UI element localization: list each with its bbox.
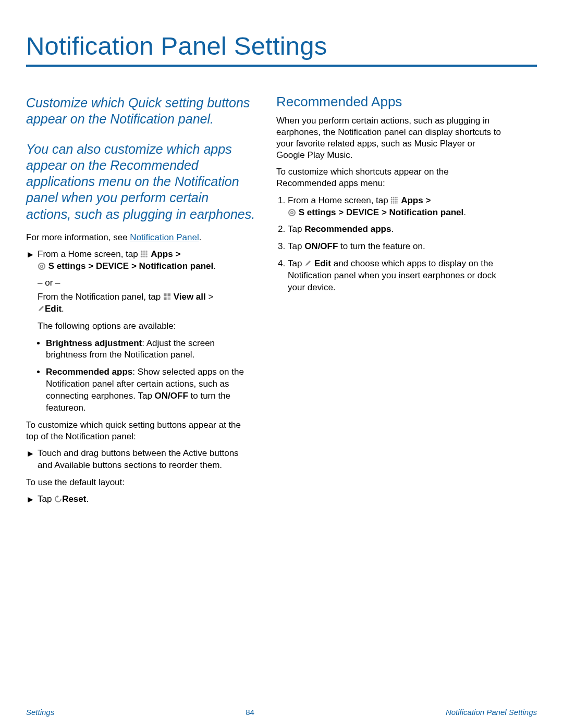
- r-settings-s: S: [299, 207, 304, 217]
- svg-rect-20: [164, 297, 167, 300]
- svg-point-17: [41, 265, 43, 267]
- title-rule: [26, 65, 537, 67]
- svg-point-4: [141, 252, 142, 253]
- svg-point-29: [397, 199, 398, 200]
- apps-label: Apps: [151, 249, 173, 259]
- gt-1: >: [173, 249, 181, 259]
- page-title: Notification Panel Settings: [26, 31, 537, 60]
- more-info-suffix: .: [199, 232, 202, 242]
- svg-point-15: [146, 256, 148, 257]
- default-para: To use the default layout:: [26, 477, 255, 488]
- svg-point-24: [395, 196, 396, 198]
- settings-path: ettings > DEVICE > Notification panel: [57, 261, 213, 271]
- svg-point-26: [391, 199, 392, 200]
- bullet1-label: Brightness adjustment: [46, 338, 142, 348]
- svg-point-16: [39, 263, 45, 269]
- gear-icon: [38, 262, 46, 270]
- arrow-step-drag: ► Touch and drag buttons between the Act…: [26, 448, 255, 472]
- gear-icon-2: [288, 208, 296, 217]
- two-column-layout: Customize which Quick setting buttons ap…: [26, 81, 537, 511]
- svg-point-12: [141, 256, 142, 257]
- svg-rect-18: [164, 293, 167, 297]
- apps-grid-icon: [140, 250, 148, 258]
- right-p2: To customize which shortcuts appear on t…: [276, 166, 506, 189]
- options-intro: The following options are available:: [38, 320, 255, 332]
- step1-prefix: From a Home screen, tap: [38, 249, 140, 259]
- r-period-2: .: [391, 224, 394, 234]
- r-apps-label: Apps: [401, 195, 423, 205]
- svg-point-10: [144, 254, 145, 255]
- footer-left: Settings: [26, 708, 54, 717]
- period-1: .: [213, 261, 216, 271]
- svg-point-1: [143, 251, 144, 252]
- arrow-step-1: ► From a Home screen, tap Apps > S ettin…: [26, 249, 255, 273]
- arrow-step-reset: ► Tap Reset.: [26, 493, 255, 505]
- page: Notification Panel Settings Customize wh…: [0, 0, 563, 728]
- svg-rect-21: [167, 297, 170, 300]
- svg-point-11: [146, 254, 148, 255]
- onoff-label-1: ON/OFF: [155, 391, 188, 401]
- svg-point-6: [144, 252, 145, 253]
- r-li2-b: Recommended apps: [304, 224, 391, 234]
- svg-point-37: [397, 202, 398, 203]
- notification-panel-link[interactable]: Notification Panel: [130, 232, 199, 242]
- right-step-3: Tap ON/OFF to turn the feature on.: [288, 241, 506, 253]
- arrow-icon: ►: [26, 249, 38, 273]
- arrow-icon-3: ►: [26, 493, 38, 505]
- intro-paragraph-2: You can also customize which apps appear…: [26, 141, 255, 223]
- right-step-4: Tap Edit and choose which apps to displa…: [288, 258, 506, 294]
- intro-paragraph-1: Customize which Quick setting buttons ap…: [26, 95, 255, 128]
- svg-point-7: [146, 252, 148, 253]
- svg-point-31: [393, 200, 394, 201]
- step1b-prefix: From the Notification panel, tap: [38, 292, 163, 302]
- customize-para: To customize which quick setting buttons…: [26, 419, 255, 442]
- arrow-icon-2: ►: [26, 448, 38, 472]
- pencil-icon: [38, 304, 45, 311]
- pencil-icon-2: [304, 258, 312, 266]
- svg-point-27: [393, 199, 394, 200]
- or-separator: – or –: [38, 278, 255, 288]
- svg-point-35: [393, 202, 394, 203]
- r-edit-label: Edit: [314, 258, 331, 268]
- r-gt-1: >: [423, 195, 431, 205]
- gt-2: >: [209, 292, 214, 302]
- reset-label: Reset: [62, 494, 86, 504]
- svg-point-8: [141, 254, 142, 255]
- svg-point-9: [143, 254, 144, 255]
- svg-point-33: [397, 200, 398, 201]
- settings-s: S: [48, 261, 54, 271]
- svg-point-39: [291, 211, 293, 213]
- svg-point-30: [391, 200, 392, 201]
- svg-rect-19: [167, 293, 170, 297]
- more-info-line: For more information, see Notification P…: [26, 232, 255, 243]
- svg-point-22: [391, 196, 392, 198]
- svg-point-3: [146, 251, 148, 252]
- svg-point-28: [395, 199, 396, 200]
- svg-point-13: [143, 256, 144, 257]
- period-2: .: [62, 304, 64, 314]
- bullet-brightness: Brightness adjustment: Adjust the screen…: [46, 338, 255, 362]
- options-list: Brightness adjustment: Adjust the screen…: [26, 338, 255, 415]
- right-steps: From a Home screen, tap Apps > S ettings…: [276, 195, 506, 294]
- more-info-prefix: For more information, see: [26, 232, 130, 242]
- edit-label: Edit: [45, 304, 62, 314]
- reset-icon: [54, 495, 62, 502]
- r-step1-prefix: From a Home screen, tap: [288, 195, 390, 205]
- svg-point-38: [289, 209, 295, 216]
- r-settings-path: ettings > DEVICE > Notification panel: [307, 207, 463, 217]
- view-all-label: View all: [174, 292, 206, 302]
- right-step-2: Tap Recommended apps.: [288, 224, 506, 236]
- onoff-label-2: ON/OFF: [304, 241, 338, 251]
- r-li2-a: Tap: [288, 224, 304, 234]
- svg-point-32: [395, 200, 396, 201]
- drag-step-text: Touch and drag buttons between the Activ…: [38, 448, 255, 472]
- svg-point-23: [393, 196, 394, 198]
- step-1-text: From a Home screen, tap Apps > S ettings…: [38, 249, 255, 273]
- bullet2-label: Recommended apps: [46, 367, 132, 377]
- svg-point-14: [144, 256, 145, 257]
- page-footer: Settings 84 Notification Panel Settings: [26, 708, 537, 717]
- svg-point-25: [397, 196, 398, 198]
- left-column: Customize which Quick setting buttons ap…: [26, 81, 255, 511]
- period-3: .: [86, 494, 89, 504]
- reset-step-text: Tap Reset.: [38, 493, 255, 505]
